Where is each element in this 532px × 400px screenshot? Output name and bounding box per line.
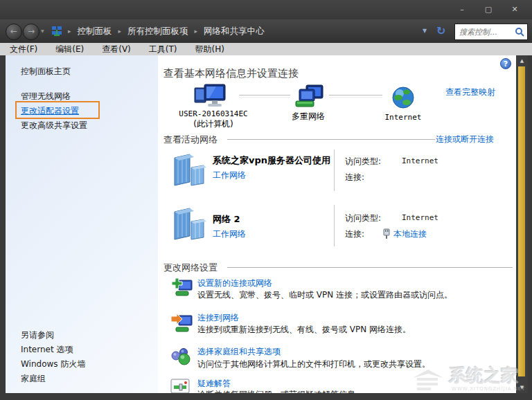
troubleshoot-link[interactable]: 疑难解答 [197,378,231,390]
network-name: 网络 2 [213,213,240,226]
network-center-icon[interactable] [51,26,62,39]
this-computer-icon[interactable] [194,83,227,112]
navigation-bar: ← → ▼ ▸ 控制面板 ▸ 所有控制面板项 ▸ 网络和共享中心 ▼ ↻ [0,19,532,43]
menu-file[interactable]: 文件(F) [10,43,37,55]
computer-glyph [194,83,227,109]
connect-to-network-desc: 连接到或重新连接到无线、有线、拨号或 VPN 网络连接。 [197,324,411,336]
network-type-link[interactable]: 工作网络 [213,228,246,240]
connect-network-glyph [170,312,193,333]
sidebar-item-windows-firewall[interactable]: Windows 防火墙 [21,358,85,370]
map-connector-line [239,95,290,98]
sidebar-item-change-adapter-settings[interactable]: 更改适配器设置 [21,105,79,117]
minimize-button[interactable]: – [454,0,470,19]
menu-edit[interactable]: 编辑(E) [55,43,84,55]
menu-tools[interactable]: 工具(T) [149,43,177,55]
setup-new-connection-link[interactable]: 设置新的连接或网络 [197,278,272,289]
sidebar-item-advanced-sharing[interactable]: 更改高级共享设置 [21,120,87,131]
buildings-glyph [170,152,209,190]
computer-sub-label: (此计算机) [166,118,260,130]
connections-label: 连接: [345,172,364,183]
help-icon[interactable]: ? [500,58,511,69]
local-connection-link[interactable]: 本地连接 [393,228,427,240]
breadcrumb-all-items[interactable]: 所有控制面板项 [127,19,188,43]
setup-new-connection-desc: 设置无线、宽带、拨号、临时或 VPN 连接；或设置路由器或访问点。 [197,289,452,301]
access-type-label: 访问类型: [345,212,381,224]
network-location-icon[interactable] [170,206,209,246]
sidebar-item-homegroup[interactable]: 家庭组 [21,373,46,385]
network-type-link[interactable]: 工作网络 [213,170,246,181]
back-button[interactable]: ← [6,24,22,40]
connect-network-icon [170,312,193,336]
search-box[interactable] [454,24,528,40]
troubleshoot-icon [170,379,191,393]
close-button[interactable]: ✕ [507,0,522,19]
scroll-down-icon[interactable]: ▼ [516,385,528,390]
access-type-value: Internet [402,213,438,222]
scroll-up-icon[interactable]: ▲ [516,58,528,64]
menu-help[interactable]: 帮助(H) [195,43,224,55]
history-dropdown-icon[interactable]: ▼ [41,19,44,43]
scrollbar-thumb[interactable] [518,66,525,376]
main-content: ? 查看基本网络信息并设置连接 USER-20160314EC (此计算机) [158,55,516,393]
troubleshoot-desc: 诊断并修复网络问题，或获得疑难解答信息。 [197,389,364,393]
connect-disconnect-link[interactable]: 连接或断开连接 [436,134,494,145]
column-divider [334,149,335,191]
forward-button[interactable]: → [23,24,39,40]
breadcrumb-sep-icon: ▸ [68,19,71,43]
access-type-value: Internet [402,156,438,165]
search-icon[interactable] [515,27,524,37]
map-connector-line [329,95,382,98]
connections-label: 连接: [345,228,364,240]
breadcrumb-control-panel[interactable]: 控制面板 [78,19,112,43]
homegroup-glyph [170,347,193,366]
section-rule [227,267,513,268]
network-name: 系统之家vpn服务器公司使用 [213,154,330,167]
menu-bar: 文件(F) 编辑(E) 查看(V) 工具(T) 帮助(H) [0,43,532,55]
change-settings-header: 更改网络设置 [163,262,218,274]
homegroup-options-desc: 访问位于其他网络计算机上的文件和打印机，或更改共享设置。 [197,358,430,370]
network-location-icon[interactable] [170,152,209,192]
buildings-glyph [170,206,209,244]
internet-globe-glyph [391,86,415,109]
vertical-scrollbar[interactable]: ▲ ▼ [516,55,528,393]
breadcrumb-sep-icon: ▸ [118,19,122,43]
section-rule [227,139,435,140]
page-title: 查看基本网络信息并设置连接 [163,67,299,80]
multi-network-glyph [295,84,324,109]
ethernet-glyph [382,228,391,239]
ethernet-icon [382,228,391,242]
new-connection-glyph [170,277,193,298]
menu-view[interactable]: 查看(V) [102,43,131,55]
connect-to-network-link[interactable]: 连接到网络 [197,312,239,324]
network-center-glyph [51,26,62,37]
sidebar-item-internet-options[interactable]: Internet 选项 [21,344,73,356]
network-sharing-center-window: – ▢ ✕ ← → ▼ ▸ 控制面板 ▸ 所有控制面板项 ▸ 网络和共享中心 ▼… [0,0,532,400]
multi-network-label: 多重网络 [270,111,346,122]
homegroup-options-link[interactable]: 选择家庭组和共享选项 [197,346,281,358]
access-type-label: 访问类型: [345,156,381,167]
internet-globe-icon[interactable] [391,86,415,112]
view-full-map-link[interactable]: 查看完整映射 [445,87,495,98]
multi-network-icon[interactable] [295,84,324,112]
maximize-button[interactable]: ▢ [481,0,496,19]
search-input[interactable] [455,28,515,37]
breadcrumb: ▸ 控制面板 ▸ 所有控制面板项 ▸ 网络和共享中心 [68,19,265,43]
column-divider [334,205,335,246]
troubleshoot-glyph [170,379,191,393]
see-also-title: 另请参阅 [21,329,54,341]
breadcrumb-network-sharing[interactable]: 网络和共享中心 [204,19,265,43]
new-connection-icon [170,277,193,300]
computer-name-label: USER-20160314EC [166,109,260,118]
internet-label: Internet [363,113,443,122]
title-bar: – ▢ ✕ [0,0,532,19]
homegroup-icon [170,347,193,369]
refresh-icon[interactable]: ↻ [436,19,445,42]
address-dropdown-icon[interactable]: ▼ [423,19,427,43]
sidebar: 控制面板主页 管理无线网络 更改适配器设置 更改高级共享设置 另请参阅 Inte… [6,55,158,393]
sidebar-item-control-panel-home[interactable]: 控制面板主页 [21,66,71,78]
breadcrumb-sep-icon: ▸ [195,19,198,43]
active-networks-header: 查看活动网络 [163,134,218,146]
